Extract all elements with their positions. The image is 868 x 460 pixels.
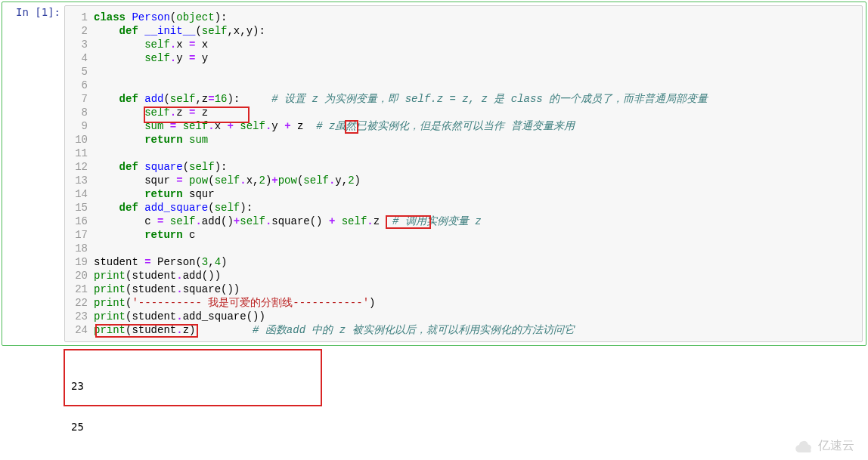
code-line[interactable]: 5 xyxy=(65,65,862,79)
code-text[interactable] xyxy=(94,242,862,255)
line-number: 3 xyxy=(65,38,94,51)
output-line: 25 xyxy=(71,420,868,434)
code-text[interactable]: print(student.z) # 函数add 中的 z 被实例化以后，就可以… xyxy=(94,323,862,337)
line-number: 13 xyxy=(65,174,94,187)
watermark: 亿速云 xyxy=(794,438,854,454)
line-number: 7 xyxy=(65,92,94,106)
code-text[interactable]: print(student.square()) xyxy=(94,282,862,296)
input-prompt: In [1]: xyxy=(2,2,64,345)
line-number: 1 xyxy=(65,11,94,24)
line-number: 4 xyxy=(65,51,94,65)
code-text[interactable]: self.x = x xyxy=(94,38,862,51)
code-text[interactable]: def square(self): xyxy=(94,160,862,174)
line-number: 11 xyxy=(65,147,94,160)
code-line[interactable]: 21print(student.square()) xyxy=(65,282,862,296)
code-text[interactable]: print(student.add_square()) xyxy=(94,310,862,323)
code-line[interactable]: 16 c = self.add()+self.square() + self.z… xyxy=(65,215,862,228)
highlight-box xyxy=(64,349,322,406)
code-line[interactable]: 20print(student.add()) xyxy=(65,269,862,282)
code-editor[interactable]: 1class Person(object): 2 def __init__(se… xyxy=(64,5,863,342)
code-line[interactable]: 18 xyxy=(65,242,862,255)
line-number: 9 xyxy=(65,119,94,133)
code-line[interactable]: 7 def add(self,z=16): # 设置 z 为实例变量，即 sel… xyxy=(65,92,862,106)
code-line[interactable]: 10 return sum xyxy=(65,133,862,147)
code-line[interactable]: 13 squr = pow(self.x,2)+pow(self.y,2) xyxy=(65,174,862,187)
code-line[interactable]: 15 def add_square(self): xyxy=(65,201,862,215)
code-line[interactable]: 17 return c xyxy=(65,228,862,242)
line-number: 23 xyxy=(65,310,94,323)
code-text[interactable]: c = self.add()+self.square() + self.z # … xyxy=(94,215,862,228)
code-text[interactable] xyxy=(94,79,862,92)
code-line[interactable]: 4 self.y = y xyxy=(65,51,862,65)
code-text[interactable]: print(student.add()) xyxy=(94,269,862,282)
code-text[interactable]: def add_square(self): xyxy=(94,201,862,215)
line-number: 17 xyxy=(65,228,94,242)
code-line[interactable]: 8 self.z = z xyxy=(65,106,862,119)
code-line[interactable]: 11 xyxy=(65,147,862,160)
code-cell[interactable]: In [1]: 1class Person(object): 2 def __i… xyxy=(2,2,866,346)
code-line[interactable]: 24print(student.z) # 函数add 中的 z 被实例化以后，就… xyxy=(65,323,862,337)
code-text[interactable]: def add(self,z=16): # 设置 z 为实例变量，即 self.… xyxy=(94,92,862,106)
code-text[interactable]: def __init__(self,x,y): xyxy=(94,24,862,38)
code-text[interactable] xyxy=(94,65,862,79)
line-number: 10 xyxy=(65,133,94,147)
code-text[interactable]: self.z = z xyxy=(94,106,862,119)
code-text[interactable]: sum = self.x + self.y + z # z虽然已被实例化，但是依… xyxy=(94,119,862,133)
line-number: 2 xyxy=(65,24,94,38)
code-text[interactable]: self.y = y xyxy=(94,51,862,65)
line-number: 6 xyxy=(65,79,94,92)
output-line: 23 xyxy=(71,379,868,393)
code-line[interactable]: 23print(student.add_square()) xyxy=(65,310,862,323)
line-number: 15 xyxy=(65,201,94,215)
code-line[interactable]: 6 xyxy=(65,79,862,92)
code-text[interactable]: return c xyxy=(94,228,862,242)
line-number: 24 xyxy=(65,323,94,337)
code-line[interactable]: 22print('---------- 我是可爱的分割线-----------'… xyxy=(65,296,862,310)
code-line[interactable]: 14 return squr xyxy=(65,187,862,201)
code-text[interactable]: squr = pow(self.x,2)+pow(self.y,2) xyxy=(94,174,862,187)
code-line[interactable]: 1class Person(object): xyxy=(65,11,862,24)
code-line[interactable]: 3 self.x = x xyxy=(65,38,862,51)
line-number: 16 xyxy=(65,215,94,228)
line-number: 5 xyxy=(65,65,94,79)
line-number: 18 xyxy=(65,242,94,255)
line-number: 22 xyxy=(65,296,94,310)
line-number: 19 xyxy=(65,255,94,269)
code-text[interactable]: return squr xyxy=(94,187,862,201)
line-number: 12 xyxy=(65,160,94,174)
code-line[interactable]: 9 sum = self.x + self.y + z # z虽然已被实例化，但… xyxy=(65,119,862,133)
watermark-text: 亿速云 xyxy=(818,438,854,454)
output-area: 23 25 --------- 我是可爱的分割线----------- 64 1… xyxy=(65,347,868,460)
code-text[interactable]: student = Person(3,4) xyxy=(94,255,862,269)
code-line[interactable]: 12 def square(self): xyxy=(65,160,862,174)
code-line[interactable]: 19student = Person(3,4) xyxy=(65,255,862,269)
line-number: 8 xyxy=(65,106,94,119)
line-number: 21 xyxy=(65,282,94,296)
line-number: 14 xyxy=(65,187,94,201)
code-text[interactable]: class Person(object): xyxy=(94,11,862,24)
cloud-icon xyxy=(794,439,815,454)
code-text[interactable] xyxy=(94,147,862,160)
code-line[interactable]: 2 def __init__(self,x,y): xyxy=(65,24,862,38)
line-number: 20 xyxy=(65,269,94,282)
code-text[interactable]: print('---------- 我是可爱的分割线-----------') xyxy=(94,296,862,310)
code-text[interactable]: return sum xyxy=(94,133,862,147)
